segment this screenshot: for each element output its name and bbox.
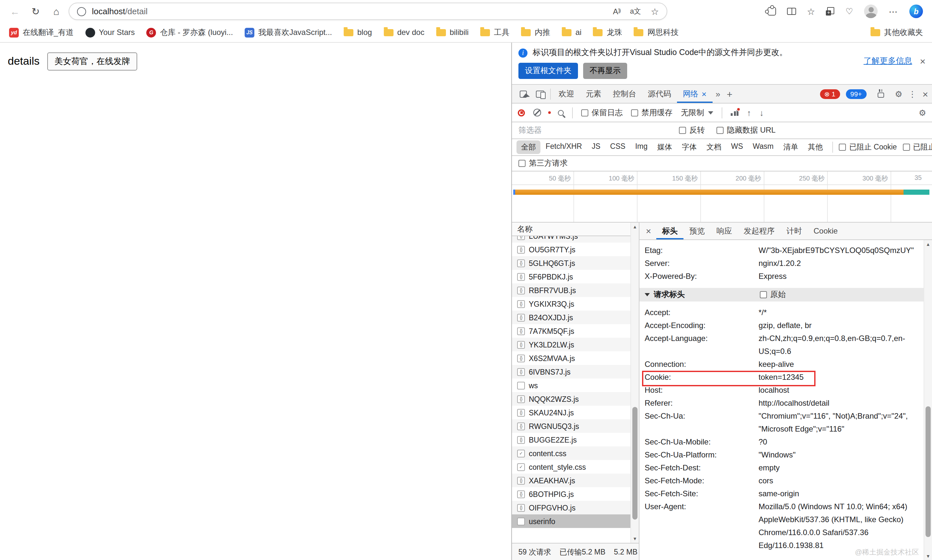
network-overview[interactable]: 50 毫秒 100 毫秒 150 毫秒 200 毫秒 250 毫秒 300 毫秒… bbox=[512, 171, 932, 223]
network-type-filter[interactable]: 字体 bbox=[677, 140, 701, 154]
more-tools-icon[interactable]: + bbox=[724, 88, 736, 99]
devtools-panel-tab[interactable]: 控制台 bbox=[607, 85, 642, 103]
deal-cards-button[interactable]: 美女荷官，在线发牌 bbox=[47, 52, 137, 71]
device-toolbar-icon[interactable] bbox=[531, 86, 548, 102]
request-row[interactable]: 7A7KM5QF.js bbox=[512, 324, 630, 338]
kebab-menu-icon[interactable]: ⋮ bbox=[908, 89, 917, 98]
scrollbar-thumb[interactable] bbox=[632, 407, 638, 519]
search-icon[interactable] bbox=[558, 110, 564, 115]
network-type-filter[interactable]: Wasm bbox=[748, 140, 778, 154]
disable-cache-checkbox[interactable]: 禁用缓存 bbox=[631, 107, 672, 118]
devtools-panel-tab[interactable]: 元素 bbox=[580, 85, 607, 103]
bookmark-item[interactable]: G 仓库 - 罗亦森 (luoyi... bbox=[146, 27, 233, 38]
bookmark-item[interactable]: 龙珠 bbox=[593, 27, 622, 38]
network-settings-icon[interactable]: ⚙ bbox=[919, 108, 926, 117]
network-type-filter[interactable]: JS bbox=[587, 140, 605, 154]
request-row[interactable]: ws bbox=[512, 378, 630, 392]
network-type-filter[interactable]: 清单 bbox=[779, 140, 803, 154]
details-tab[interactable]: 标头 bbox=[656, 223, 684, 239]
request-row[interactable]: OIFPGVHO.js bbox=[512, 501, 630, 514]
settings-menu-icon[interactable]: ⋯ bbox=[889, 6, 898, 17]
profile-avatar[interactable] bbox=[864, 5, 878, 18]
close-icon[interactable]: × bbox=[920, 56, 926, 66]
dismiss-button[interactable]: 不再显示 bbox=[583, 63, 627, 79]
scroll-down-icon[interactable]: ▼ bbox=[631, 534, 639, 543]
request-row[interactable]: X6S2MVAA.js bbox=[512, 351, 630, 365]
scroll-up-icon[interactable]: ▲ bbox=[631, 223, 639, 231]
export-har-icon[interactable]: ↓ bbox=[759, 108, 764, 117]
error-badge[interactable]: 1 bbox=[820, 89, 840, 98]
request-row[interactable]: LUATWYMS.js bbox=[512, 236, 630, 243]
network-type-filter[interactable]: 全部 bbox=[516, 140, 541, 154]
details-tab[interactable]: 发起程序 bbox=[738, 223, 781, 239]
bookmark-item[interactable]: ai bbox=[562, 28, 582, 37]
extensions-icon[interactable] bbox=[767, 7, 776, 15]
request-row[interactable]: XAEAKHAV.js bbox=[512, 474, 630, 487]
network-type-filter[interactable]: Fetch/XHR bbox=[541, 140, 587, 154]
scroll-down-icon[interactable]: ▼ bbox=[924, 552, 932, 560]
hide-data-urls-checkbox[interactable]: 隐藏数据 URL bbox=[716, 125, 776, 136]
close-devtools-icon[interactable]: × bbox=[922, 89, 928, 98]
throttling-select[interactable]: 无限制 bbox=[681, 107, 713, 118]
third-party-checkbox[interactable]: 第三方请求 bbox=[518, 158, 568, 169]
record-icon[interactable] bbox=[518, 109, 525, 116]
learn-more-link[interactable]: 了解更多信息 bbox=[863, 55, 912, 67]
invert-checkbox[interactable]: 反转 bbox=[679, 125, 705, 136]
request-row[interactable]: userinfo bbox=[512, 514, 630, 528]
request-row[interactable]: content_style.css bbox=[512, 460, 630, 474]
address-bar[interactable]: localhost/detail ☆ bbox=[69, 3, 667, 20]
back-icon[interactable]: ← bbox=[6, 3, 23, 20]
request-row[interactable]: 5GLHQ6GT.js bbox=[512, 256, 630, 270]
name-column-header[interactable]: 名称 bbox=[512, 223, 630, 236]
translate-icon[interactable] bbox=[630, 6, 641, 16]
gear-icon[interactable]: ⚙ bbox=[895, 89, 902, 98]
close-icon[interactable] bbox=[702, 89, 706, 98]
bookmark-item[interactable]: 工具 bbox=[480, 27, 509, 38]
bookmark-item[interactable]: 内推 bbox=[521, 27, 550, 38]
network-type-filter[interactable]: CSS bbox=[605, 140, 630, 154]
bookmark-item[interactable]: dev doc bbox=[384, 28, 424, 37]
home-icon[interactable]: ⌂ bbox=[48, 3, 65, 20]
bookmark-item[interactable]: blog bbox=[344, 28, 372, 37]
favorites-icon[interactable]: ☆ bbox=[807, 6, 815, 17]
request-row[interactable]: B24OXJDJ.js bbox=[512, 311, 630, 324]
request-row[interactable]: 5F6PBDKJ.js bbox=[512, 270, 630, 283]
plug-icon[interactable] bbox=[872, 86, 889, 102]
network-type-filter[interactable]: 媒体 bbox=[653, 140, 677, 154]
details-tab[interactable]: Cookie bbox=[808, 223, 844, 239]
favorite-star-icon[interactable]: ☆ bbox=[651, 6, 659, 17]
site-info-icon[interactable] bbox=[77, 7, 86, 16]
network-type-filter[interactable]: Img bbox=[631, 140, 652, 154]
request-row[interactable]: NQQK2WZS.js bbox=[512, 392, 630, 406]
request-row[interactable]: 6IVBNS7J.js bbox=[512, 365, 630, 378]
request-row[interactable]: OU5GR7TY.js bbox=[512, 243, 630, 256]
bookmark-item[interactable]: 网思科技 bbox=[634, 27, 679, 38]
request-row[interactable]: 6BOTHPIG.js bbox=[512, 487, 630, 501]
issues-badge[interactable]: 99+ bbox=[846, 89, 867, 98]
network-type-filter[interactable]: WS bbox=[727, 140, 747, 154]
blocked-cookies-checkbox[interactable]: 已阻止 Cookie bbox=[839, 142, 897, 152]
request-row[interactable]: BUGGE2ZE.js bbox=[512, 433, 630, 446]
close-icon[interactable]: × bbox=[641, 226, 656, 236]
collections-icon[interactable] bbox=[826, 7, 835, 15]
request-row[interactable]: SKAU24NJ.js bbox=[512, 406, 630, 419]
network-type-filter[interactable]: 其他 bbox=[803, 140, 827, 154]
url-text[interactable]: localhost/detail bbox=[92, 6, 607, 16]
filter-input[interactable]: 筛选器 bbox=[518, 125, 667, 136]
refresh-icon[interactable]: ↻ bbox=[27, 3, 44, 20]
scrollbar-track[interactable] bbox=[631, 231, 639, 534]
request-headers-section[interactable]: 请求标头 原始 bbox=[639, 288, 932, 302]
devtools-panel-tab[interactable]: 欢迎 bbox=[553, 85, 580, 103]
set-root-folder-button[interactable]: 设置根文件夹 bbox=[518, 63, 578, 79]
bookmark-item[interactable]: Your Stars bbox=[85, 28, 135, 37]
more-tabs-icon[interactable]: » bbox=[712, 89, 723, 98]
scrollbar-track[interactable] bbox=[924, 248, 932, 552]
request-list-scrollbar[interactable]: ▲ ▼ bbox=[630, 223, 639, 543]
other-bookmarks[interactable]: 其他收藏夹 bbox=[870, 27, 923, 38]
details-tab[interactable]: 预览 bbox=[684, 223, 711, 239]
details-scrollbar[interactable]: ▲ ▼ bbox=[924, 240, 932, 560]
inspect-element-icon[interactable] bbox=[515, 86, 531, 102]
bookmark-item[interactable]: yd 在线翻译_有道 bbox=[9, 27, 74, 38]
details-tab[interactable]: 响应 bbox=[711, 223, 738, 239]
devtools-panel-tab[interactable]: 源代码 bbox=[642, 85, 677, 103]
